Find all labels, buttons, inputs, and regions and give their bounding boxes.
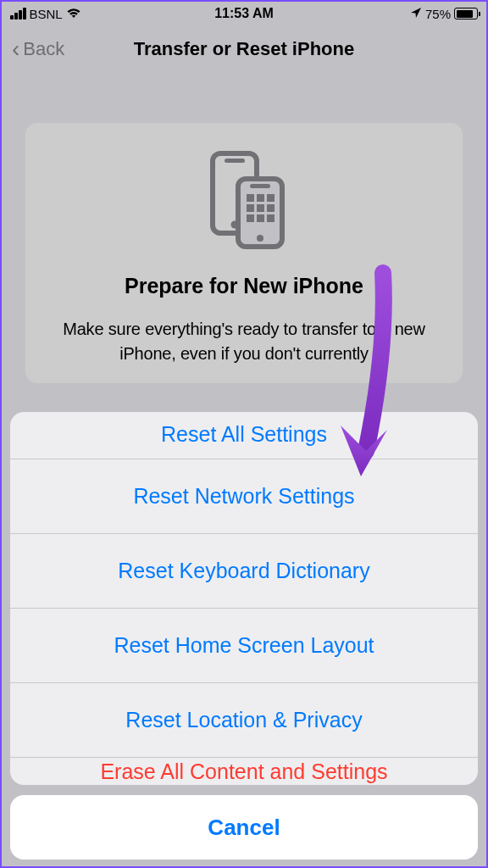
- action-group: Reset All Settings Reset Network Setting…: [10, 412, 478, 785]
- reset-network-settings-button[interactable]: Reset Network Settings: [10, 459, 478, 534]
- reset-location-privacy-button[interactable]: Reset Location & Privacy: [10, 683, 478, 758]
- reset-keyboard-dictionary-button[interactable]: Reset Keyboard Dictionary: [10, 534, 478, 609]
- erase-all-content-button[interactable]: Erase All Content and Settings: [10, 758, 478, 785]
- action-sheet: Reset All Settings Reset Network Setting…: [10, 412, 478, 866]
- cancel-button[interactable]: Cancel: [10, 795, 478, 860]
- reset-all-settings-button[interactable]: Reset All Settings: [10, 412, 478, 459]
- reset-home-screen-layout-button[interactable]: Reset Home Screen Layout: [10, 609, 478, 683]
